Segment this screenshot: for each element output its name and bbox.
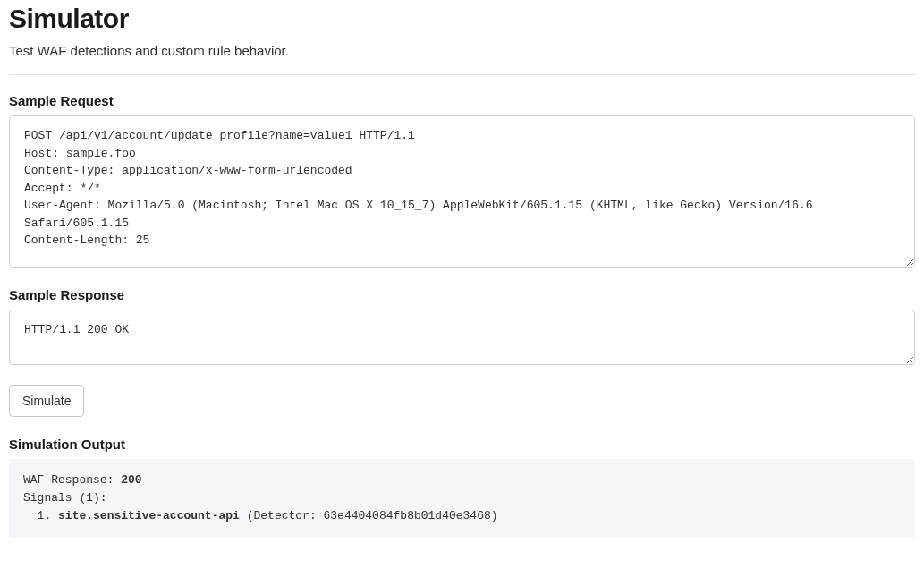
sample-response-textarea[interactable] — [9, 310, 915, 365]
waf-response-label: WAF Response: — [23, 473, 121, 487]
simulate-button[interactable]: Simulate — [9, 385, 84, 417]
simulation-output-label: Simulation Output — [9, 437, 915, 452]
signal-detector: (Detector: 63e4404084fb8b01d40e3468) — [247, 509, 498, 523]
signal-index: 1. — [38, 509, 52, 523]
divider — [9, 74, 915, 75]
page-subtitle: Test WAF detections and custom rule beha… — [9, 43, 915, 58]
waf-response-code: 200 — [121, 473, 141, 487]
sample-response-label: Sample Response — [9, 287, 915, 302]
signal-name: site.sensitive-account-api — [58, 509, 240, 523]
sample-request-label: Sample Request — [9, 93, 915, 108]
simulation-output-box: WAF Response: 200 Signals (1): 1. site.s… — [9, 459, 915, 538]
sample-request-textarea[interactable] — [9, 115, 915, 268]
signals-label: Signals (1): — [23, 491, 107, 505]
page-title: Simulator — [9, 4, 915, 34]
